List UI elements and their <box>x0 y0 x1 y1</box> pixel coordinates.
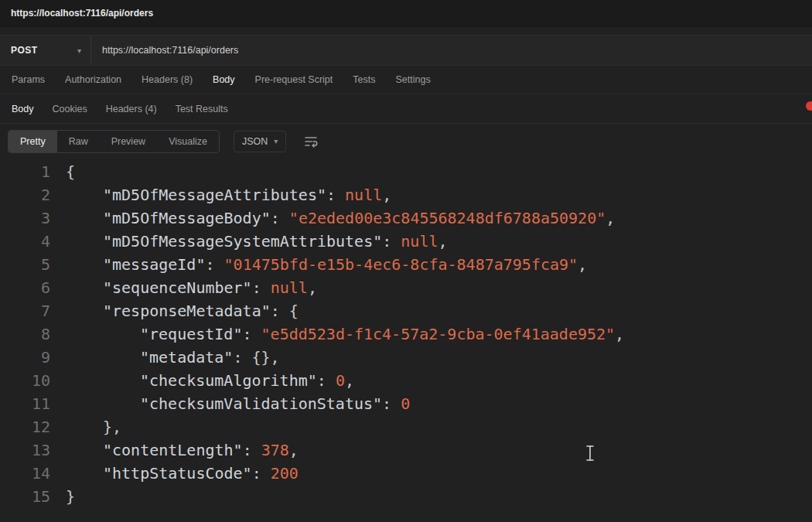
spacer <box>0 27 812 35</box>
response-body-viewer[interactable]: 1{2"mD5OfMessageAttributes": null,3"mD5O… <box>0 159 812 508</box>
request-tab-body[interactable]: Body <box>213 74 235 85</box>
response-tab-cookies[interactable]: Cookies <box>53 104 87 114</box>
line-number: 11 <box>0 392 50 415</box>
code-line: 10"checksumAlgorithm": 0, <box>0 369 812 392</box>
wrap-text-icon <box>303 134 319 149</box>
response-tabs: BodyCookiesHeaders (4)Test Results <box>0 94 812 124</box>
line-content: "checksumValidationStatus": 0 <box>50 392 410 415</box>
line-number: 4 <box>0 230 50 253</box>
format-dropdown[interactable]: JSON ▾ <box>234 131 286 152</box>
line-content: "responseMetadata": { <box>50 299 299 322</box>
line-number: 15 <box>0 485 50 508</box>
chevron-down-icon: ▾ <box>77 46 81 55</box>
code-line: 8"requestId": "e5dd523d-f1c4-57a2-9cba-0… <box>0 322 812 346</box>
code-line: 3"mD5OfMessageBody": "e2eded00e3c8455682… <box>0 206 812 230</box>
response-tab-headers-4[interactable]: Headers (4) <box>106 104 157 114</box>
line-content: "metadata": {}, <box>50 346 280 369</box>
request-tab-settings[interactable]: Settings <box>395 74 430 85</box>
code-line: 14"httpStatusCode": 200 <box>0 462 812 485</box>
code-line: 12}, <box>0 415 812 438</box>
code-line: 15} <box>0 485 812 508</box>
request-tab-title[interactable]: https://localhost:7116/api/orders <box>11 8 153 19</box>
line-number: 9 <box>0 346 50 369</box>
code-line: 11"checksumValidationStatus": 0 <box>0 392 812 415</box>
code-line: 1{ <box>0 160 812 183</box>
line-content: "mD5OfMessageAttributes": null, <box>50 183 391 206</box>
code-lines: 1{2"mD5OfMessageAttributes": null,3"mD5O… <box>0 160 812 508</box>
line-number: 6 <box>0 276 50 299</box>
line-content: "httpStatusCode": 200 <box>50 462 299 485</box>
line-content: "contentLength": 378, <box>50 438 299 462</box>
url-input[interactable]: https://localhost:7116/api/orders <box>91 36 812 65</box>
request-tab-headers-8[interactable]: Headers (8) <box>142 74 193 85</box>
line-number: 7 <box>0 299 50 322</box>
line-number: 5 <box>0 253 50 276</box>
response-tab-test-results[interactable]: Test Results <box>176 104 228 114</box>
line-content: "sequenceNumber": null, <box>50 276 317 299</box>
line-content: "mD5OfMessageBody": "e2eded00e3c84556824… <box>50 206 615 230</box>
notification-dot <box>806 101 812 111</box>
app-top-bar: https://localhost:7116/api/orders <box>0 0 812 27</box>
request-tabs: ParamsAuthorizationHeaders (8)BodyPre-re… <box>0 66 812 94</box>
code-line: 7"responseMetadata": { <box>0 299 812 322</box>
view-tabs: PrettyRawPreviewVisualize <box>8 130 220 153</box>
text-cursor <box>585 445 595 465</box>
view-tab-visualize[interactable]: Visualize <box>157 131 219 152</box>
method-dropdown[interactable]: POST ▾ <box>0 36 91 65</box>
request-tab-params[interactable]: Params <box>12 74 45 85</box>
request-tab-authorization[interactable]: Authorization <box>65 74 121 85</box>
line-content: "mD5OfMessageSystemAttributes": null, <box>50 230 448 253</box>
view-tab-raw[interactable]: Raw <box>57 131 100 152</box>
line-content: "requestId": "e5dd523d-f1c4-57a2-9cba-0e… <box>50 322 624 346</box>
url-text: https://localhost:7116/api/orders <box>102 45 238 56</box>
line-number: 10 <box>0 369 50 392</box>
line-number: 2 <box>0 183 50 206</box>
request-tab-tests[interactable]: Tests <box>353 74 375 85</box>
line-content: "messageId": "01475bfd-e15b-4ec6-8cfa-84… <box>50 253 587 276</box>
line-content: "checksumAlgorithm": 0, <box>50 369 354 392</box>
line-content: } <box>50 485 75 508</box>
line-content: }, <box>50 415 121 438</box>
line-content: { <box>50 160 75 183</box>
postman-window: { "window": { "tab_title": "https://loca… <box>0 0 812 522</box>
code-line: 13"contentLength": 378, <box>0 438 812 462</box>
request-url-bar: POST ▾ https://localhost:7116/api/orders <box>0 35 812 66</box>
format-value: JSON <box>242 136 268 147</box>
line-number: 12 <box>0 415 50 438</box>
wrap-text-button[interactable] <box>303 134 319 149</box>
code-line: 2"mD5OfMessageAttributes": null, <box>0 183 812 206</box>
line-number: 14 <box>0 462 50 485</box>
code-line: 4"mD5OfMessageSystemAttributes": null, <box>0 230 812 253</box>
line-number: 1 <box>0 160 50 183</box>
request-tab-pre-request-script[interactable]: Pre-request Script <box>255 74 333 85</box>
response-view-toolbar: PrettyRawPreviewVisualize JSON ▾ <box>0 124 812 159</box>
method-label: POST <box>11 45 38 56</box>
chevron-down-icon: ▾ <box>274 137 278 145</box>
line-number: 13 <box>0 438 50 462</box>
view-tab-preview[interactable]: Preview <box>100 131 157 152</box>
line-number: 3 <box>0 206 50 230</box>
view-tab-pretty[interactable]: Pretty <box>9 131 57 152</box>
code-line: 6"sequenceNumber": null, <box>0 276 812 299</box>
code-line: 9"metadata": {}, <box>0 346 812 369</box>
line-number: 8 <box>0 322 50 346</box>
code-line: 5"messageId": "01475bfd-e15b-4ec6-8cfa-8… <box>0 253 812 276</box>
response-tab-body[interactable]: Body <box>12 104 34 114</box>
